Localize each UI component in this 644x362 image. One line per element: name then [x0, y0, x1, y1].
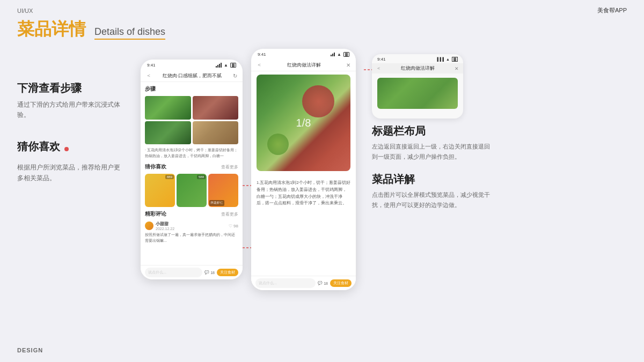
follow-ingredient-btn[interactable]: 关注食材	[217, 269, 238, 276]
rec-item-2[interactable]: 588	[177, 174, 207, 207]
feature2-title-row: 猜你喜欢	[17, 139, 125, 158]
comment-see-more[interactable]: 查看更多	[221, 211, 238, 217]
right-feature2-desc: 点击图片可以全屏模式预览菜品，减少视觉干扰，使用户可以更好的边学边做。	[372, 190, 490, 210]
feature1-desc: 通过下滑的方式给用户带来沉浸式体验。	[17, 100, 125, 120]
phone3-food-image	[377, 78, 458, 109]
battery-icon: ▓	[230, 63, 236, 68]
full-food-image[interactable]: 1/8	[257, 75, 350, 171]
close-icon[interactable]: ✕	[346, 62, 350, 68]
rec-section-header: 猜你喜欢 查看更多	[145, 163, 238, 171]
feature-recommend: 猜你喜欢 根据用户所浏览菜品，推荐给用户更多相关菜品。	[17, 139, 125, 183]
food-img-meat	[193, 96, 239, 120]
rec-count-2: 588	[197, 175, 206, 179]
phone2-action-bar: 说点什么... 💬 18 关注食材	[251, 276, 356, 290]
phone-mockup-3: 9:41 ▐▐▐ ▲ ▓ ＜ 红烧肉做法详解 ✕	[372, 54, 463, 119]
follow-btn-2[interactable]: 关注食材	[330, 279, 352, 287]
feature1-title: 下滑查看步骤	[17, 81, 125, 95]
phones-wrapper: 9:41 ▲ ▓ ＜ 红烧肉·口感细腻，肥而不腻 ↻ 步	[141, 49, 356, 344]
phone2-time: 9:41	[258, 52, 266, 57]
feature-scroll-steps: 下滑查看步骤 通过下滑的方式给用户带来沉浸式体验。	[17, 81, 125, 120]
phone1-content: 步骤 · 五花肉用清水泡1到2个小时，烤干；葱姜蒜切好备用；热锅热油，放入姜蒜进…	[141, 82, 243, 250]
signal-icon-2	[331, 53, 335, 56]
food-decoration-1	[302, 85, 334, 117]
recipe-desc-text: · 五花肉用清水泡1到2个小时，烤干；葱姜蒜切好备用；热锅热油，放入姜蒜进去，干…	[145, 147, 238, 159]
comment-count-btn[interactable]: 💬 18	[204, 270, 215, 275]
comment-input-2[interactable]: 说点什么...	[255, 278, 316, 288]
phone1-status-bar: 9:41 ▲ ▓	[141, 60, 243, 70]
comment-placeholder: 说点什么...	[148, 270, 166, 275]
feature2-desc: 根据用户所浏览菜品，推荐给用户更多相关菜品。	[17, 162, 125, 183]
wifi-icon-3: ▲	[446, 57, 450, 61]
recommend-grid: 889 588 拌蔬虾仁	[145, 174, 238, 207]
page-title-cn: 菜品详情	[17, 18, 86, 41]
battery-icon-2: ▓	[343, 52, 349, 57]
back-arrow-icon-2[interactable]: ＜	[257, 61, 262, 69]
phone3-close-icon[interactable]: ✕	[455, 66, 459, 71]
annotation-title-bar: 标题栏布局 左边返回直接返回上一级，右边关闭直接退回到一级页面，减少用户操作负担…	[372, 124, 490, 161]
rec-label-3: 拌蔬虾仁	[209, 200, 224, 206]
comment-icon-2: 💬	[318, 281, 323, 285]
phone3-back-icon[interactable]: ＜	[376, 65, 381, 72]
title-en-wrapper: Details of dishes	[94, 26, 165, 40]
back-arrow-icon[interactable]: ＜	[146, 72, 151, 79]
comment-count: 18	[210, 271, 215, 275]
left-section: 下滑查看步骤 通过下滑的方式给用户带来沉浸式体验。 猜你喜欢 根据用户所浏览菜品…	[17, 49, 125, 344]
comment-section-header: 精彩评论 查看更多	[145, 210, 238, 218]
rec-item-1[interactable]: 889	[145, 174, 175, 207]
phone-mockup-1: 9:41 ▲ ▓ ＜ 红烧肉·口感细腻，肥而不腻 ↻ 步	[141, 60, 243, 279]
right-feature1-title: 标题栏布局	[372, 124, 490, 138]
phone3-status-icons: ▐▐▐ ▲ ▓	[436, 57, 458, 62]
wifi-icon-2: ▲	[337, 52, 341, 57]
phone-mockup-2: 9:41 ▲ ▓ ＜ 红烧肉做法详解 ✕	[251, 49, 356, 290]
comment-input[interactable]: 说点什么...	[145, 268, 202, 277]
phone1-action-bar: 说点什么... 💬 18 关注食材	[141, 265, 243, 279]
right-feature1-desc: 左边返回直接返回上一级，右边关闭直接退回到一级页面，减少用户操作负担。	[372, 142, 490, 161]
page-header: 菜品详情 Details of dishes	[0, 14, 644, 41]
comment-count-btn-2[interactable]: 💬 18	[318, 281, 328, 285]
right-section: 9:41 ▐▐▐ ▲ ▓ ＜ 红烧肉做法详解 ✕ 标题栏布局 左边返回直接返回上…	[372, 49, 490, 344]
wifi-icon: ▲	[224, 63, 228, 68]
like-icon: ♡	[229, 224, 232, 228]
likes-count: 98	[233, 224, 238, 228]
food-img-greens	[145, 121, 191, 145]
comment-text: 按照所做试做了一遍，真一遍求做手把腊肉的，中间还需要出锅嘛...	[145, 232, 238, 243]
image-counter: 1/8	[296, 117, 311, 129]
comment-icon: 💬	[204, 270, 209, 275]
phone2-nav-bar: ＜ 红烧肉做法详解 ✕	[251, 59, 356, 71]
phone2-status-bar: 9:41 ▲ ▓	[251, 49, 356, 59]
comment-section-title: 精彩评论	[145, 210, 166, 218]
comment-date: 2022.12.22	[156, 227, 226, 231]
avatar	[145, 221, 153, 230]
refresh-icon[interactable]: ↻	[233, 73, 237, 79]
main-content: 下滑查看步骤 通过下滑的方式给用户带来沉浸式体验。 猜你喜欢 根据用户所浏览菜品…	[0, 41, 644, 344]
comment-placeholder-2: 说点什么...	[259, 280, 277, 286]
phone3-status-bar: 9:41 ▐▐▐ ▲ ▓	[372, 54, 463, 63]
phone3-nav-bar: ＜ 红烧肉做法详解 ✕	[372, 63, 463, 73]
phone2-status-icons: ▲ ▓	[331, 52, 349, 57]
phone3-time: 9:41	[377, 57, 386, 62]
right-feature2-title: 菜品详解	[372, 172, 490, 187]
top-right-label: 美食帮APP	[597, 6, 627, 14]
phone2-content: 1/8 1.五花肉用清水泡1到2个小时，切干；葱姜蒜切好备用；热锅热油，放入姜蒜…	[251, 71, 356, 215]
phone1-status-icons: ▲ ▓	[216, 63, 236, 68]
phone2-nav-title: 红烧肉做法详解	[262, 62, 346, 69]
rec-see-more[interactable]: 查看更多	[221, 164, 238, 170]
comment-user-row: 小甜甜 2022.12.22 ♡ 98	[145, 221, 238, 231]
signal-icon	[216, 63, 222, 68]
comment-count-2: 18	[324, 282, 328, 285]
food-decoration-2	[267, 134, 289, 155]
rec-item-3[interactable]: 拌蔬虾仁	[208, 174, 238, 207]
bottom-design-label: DESIGN	[17, 347, 43, 353]
phone1-nav-bar: ＜ 红烧肉·口感细腻，肥而不腻 ↻	[141, 70, 243, 82]
top-left-label: UI/UX	[17, 8, 33, 14]
comment-username: 小甜甜	[156, 221, 226, 227]
top-bar: UI/UX 美食帮APP	[0, 0, 644, 14]
comment-likes: ♡ 98	[229, 224, 238, 228]
battery-icon-3: ▓	[452, 57, 458, 62]
food-image-grid	[145, 96, 238, 144]
phone1-time: 9:41	[147, 63, 156, 68]
signal-icon-3: ▐▐▐	[436, 57, 444, 61]
recipe-steps-text: 1.五花肉用清水泡1到2个小时，切干；葱姜蒜切好备用；热锅热油，放入姜蒜进去，干…	[257, 175, 350, 211]
annotation-dish-detail: 菜品详解 点击图片可以全屏模式预览菜品，减少视觉干扰，使用户可以更好的边学边做。	[372, 172, 490, 210]
food-img-veg	[145, 96, 191, 120]
